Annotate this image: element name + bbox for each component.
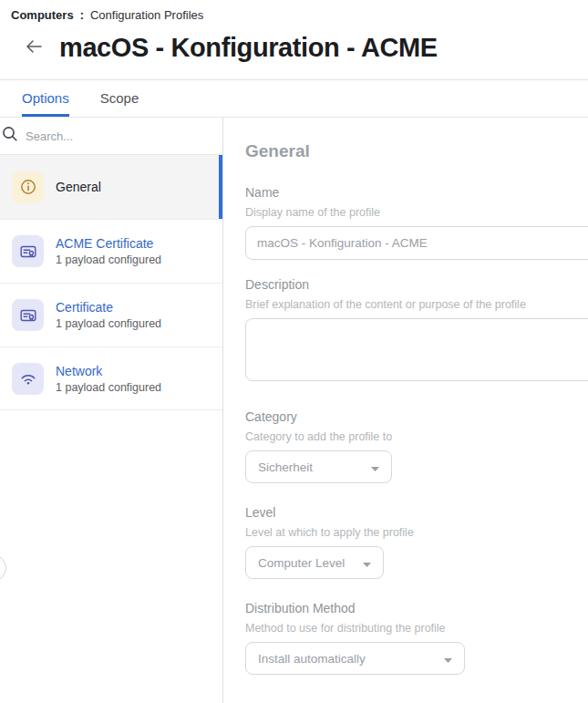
field-label: Name [245, 185, 588, 200]
sidebar-item-general[interactable]: General [0, 155, 222, 219]
payload-sidebar: General ACME Certificate 1 payload confi… [0, 118, 223, 703]
chevron-down-icon [444, 652, 452, 666]
breadcrumb-section[interactable]: Computers [11, 8, 74, 22]
field-category: Category Category to add the profile to … [245, 409, 588, 483]
back-arrow-icon [26, 40, 42, 56]
field-level: Level Level at which to apply the profil… [245, 505, 588, 579]
distribution-selected-value: Install automatically [258, 652, 366, 666]
breadcrumb-separator: : [80, 8, 84, 22]
level-selected-value: Computer Level [258, 556, 345, 570]
field-hint: Display name of the profile [245, 206, 588, 219]
general-panel: General Name Display name of the profile… [223, 118, 588, 703]
info-icon [12, 171, 44, 203]
distribution-method-select[interactable]: Install automatically [245, 642, 465, 675]
field-label: Level [245, 505, 588, 520]
floating-help-button-partial[interactable] [0, 554, 6, 582]
selected-indicator [219, 155, 222, 219]
content-area: General ACME Certificate 1 payload confi… [0, 118, 588, 703]
field-name: Name Display name of the profile [245, 185, 588, 260]
tab-bar: Options Scope [0, 80, 588, 118]
search-input[interactable] [26, 129, 213, 143]
payload-count: 1 payload configured [56, 381, 161, 394]
payload-name-link[interactable]: Certificate [56, 300, 161, 315]
payload-name-link[interactable]: ACME Certificate [56, 236, 161, 251]
wifi-icon [12, 363, 44, 395]
level-select[interactable]: Computer Level [245, 546, 384, 579]
search-icon [2, 126, 18, 146]
field-hint: Category to add the profile to [245, 430, 588, 443]
title-bar: macOS - Konfiguration - ACME [24, 32, 577, 63]
field-label: Category [245, 409, 588, 424]
field-hint: Level at which to apply the profile [245, 526, 588, 539]
sidebar-item-acme-certificate[interactable]: ACME Certificate 1 payload configured [0, 219, 222, 283]
certificate-icon [12, 235, 44, 267]
page-title: macOS - Konfiguration - ACME [59, 32, 438, 63]
search-row [0, 118, 222, 155]
field-label: Distribution Method [245, 601, 588, 615]
category-select[interactable]: Sicherheit [245, 450, 392, 483]
field-description: Description Brief explanation of the con… [245, 277, 588, 385]
tab-scope[interactable]: Scope [100, 80, 139, 117]
payload-count: 1 payload configured [56, 317, 161, 330]
field-distribution-method: Distribution Method Method to use for di… [245, 601, 588, 675]
description-textarea[interactable] [245, 318, 588, 381]
field-label: Description [245, 277, 588, 292]
sidebar-item-certificate[interactable]: Certificate 1 payload configured [0, 283, 222, 346]
field-hint: Method to use for distributing the profi… [245, 622, 588, 635]
configuration-profile-page: { "breadcrumb": { "section": "Computers"… [0, 0, 588, 703]
sidebar-item-network[interactable]: Network 1 payload configured [0, 346, 222, 410]
back-button[interactable] [24, 38, 44, 57]
panel-heading: General [245, 141, 588, 161]
chevron-down-icon [371, 460, 379, 474]
page-header: Computers : Configuration Profiles macOS… [0, 0, 588, 80]
breadcrumb: Computers : Configuration Profiles [11, 8, 577, 22]
field-hint: Brief explanation of the content or purp… [245, 298, 588, 311]
payload-count: 1 payload configured [56, 253, 161, 266]
payload-name-link[interactable]: Network [56, 364, 161, 378]
tab-options[interactable]: Options [22, 80, 69, 117]
certificate-icon [12, 299, 44, 331]
sidebar-item-label: General [56, 180, 101, 194]
breadcrumb-page[interactable]: Configuration Profiles [90, 8, 203, 22]
chevron-down-icon [363, 556, 371, 570]
name-input[interactable] [245, 226, 588, 260]
category-selected-value: Sicherheit [258, 460, 313, 474]
